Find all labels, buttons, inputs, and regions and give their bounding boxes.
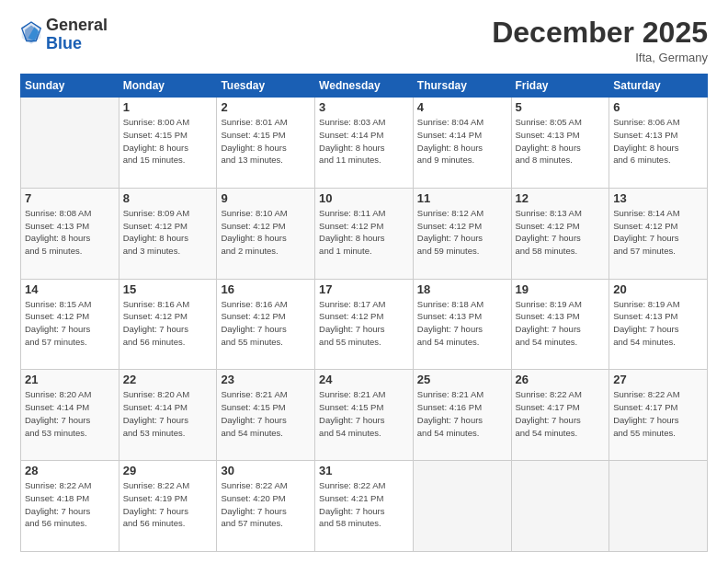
month-title: December 2025: [492, 17, 708, 49]
day-of-week-header: Wednesday: [315, 75, 414, 98]
day-info: Sunrise: 8:22 AM Sunset: 4:17 PM Dayligh…: [516, 388, 606, 439]
calendar-day-cell: 26Sunrise: 8:22 AM Sunset: 4:17 PM Dayli…: [511, 370, 609, 461]
calendar-day-cell: 7Sunrise: 8:08 AM Sunset: 4:13 PM Daylig…: [21, 188, 119, 279]
calendar-day-cell: 25Sunrise: 8:21 AM Sunset: 4:16 PM Dayli…: [413, 370, 511, 461]
day-number: 31: [319, 464, 409, 477]
day-number: 5: [516, 100, 606, 114]
day-number: 13: [613, 191, 703, 205]
calendar-day-cell: 6Sunrise: 8:06 AM Sunset: 4:13 PM Daylig…: [609, 98, 708, 189]
calendar-day-cell: [413, 461, 511, 552]
day-number: 3: [319, 100, 409, 114]
calendar-day-cell: 10Sunrise: 8:11 AM Sunset: 4:12 PM Dayli…: [315, 188, 414, 279]
calendar-day-cell: 15Sunrise: 8:16 AM Sunset: 4:12 PM Dayli…: [119, 279, 217, 370]
day-number: 29: [123, 464, 213, 477]
day-info: Sunrise: 8:10 AM Sunset: 4:12 PM Dayligh…: [221, 207, 311, 258]
day-info: Sunrise: 8:22 AM Sunset: 4:21 PM Dayligh…: [319, 479, 409, 530]
logo: General Blue: [20, 17, 108, 53]
day-info: Sunrise: 8:11 AM Sunset: 4:12 PM Dayligh…: [319, 207, 409, 258]
calendar-day-cell: 18Sunrise: 8:18 AM Sunset: 4:13 PM Dayli…: [413, 279, 511, 370]
day-number: 19: [516, 282, 606, 296]
day-number: 15: [123, 282, 213, 296]
day-number: 12: [516, 191, 606, 205]
day-info: Sunrise: 8:15 AM Sunset: 4:12 PM Dayligh…: [25, 298, 115, 349]
calendar-day-cell: 1Sunrise: 8:00 AM Sunset: 4:15 PM Daylig…: [119, 98, 217, 189]
day-info: Sunrise: 8:18 AM Sunset: 4:13 PM Dayligh…: [417, 298, 507, 349]
location: Ifta, Germany: [492, 51, 708, 64]
day-number: 4: [417, 100, 507, 114]
calendar-week-row: 28Sunrise: 8:22 AM Sunset: 4:18 PM Dayli…: [21, 461, 708, 552]
day-info: Sunrise: 8:22 AM Sunset: 4:18 PM Dayligh…: [25, 479, 115, 530]
calendar-day-cell: 31Sunrise: 8:22 AM Sunset: 4:21 PM Dayli…: [315, 461, 414, 552]
calendar-day-cell: 24Sunrise: 8:21 AM Sunset: 4:15 PM Dayli…: [315, 370, 414, 461]
day-info: Sunrise: 8:20 AM Sunset: 4:14 PM Dayligh…: [123, 388, 213, 439]
day-info: Sunrise: 8:04 AM Sunset: 4:14 PM Dayligh…: [417, 116, 507, 167]
day-number: 30: [221, 464, 311, 477]
logo-general-text: General: [46, 16, 108, 34]
calendar-day-cell: 28Sunrise: 8:22 AM Sunset: 4:18 PM Dayli…: [21, 461, 119, 552]
calendar-day-cell: 3Sunrise: 8:03 AM Sunset: 4:14 PM Daylig…: [315, 98, 414, 189]
day-number: 25: [417, 373, 507, 386]
page: General Blue December 2025 Ifta, Germany…: [0, 0, 728, 563]
day-info: Sunrise: 8:05 AM Sunset: 4:13 PM Dayligh…: [516, 116, 606, 167]
day-info: Sunrise: 8:09 AM Sunset: 4:12 PM Dayligh…: [123, 207, 213, 258]
calendar-day-cell: 14Sunrise: 8:15 AM Sunset: 4:12 PM Dayli…: [21, 279, 119, 370]
calendar-week-row: 1Sunrise: 8:00 AM Sunset: 4:15 PM Daylig…: [21, 98, 708, 189]
calendar-day-cell: 20Sunrise: 8:19 AM Sunset: 4:13 PM Dayli…: [609, 279, 708, 370]
day-number: 24: [319, 373, 409, 386]
calendar-day-cell: 30Sunrise: 8:22 AM Sunset: 4:20 PM Dayli…: [217, 461, 315, 552]
day-info: Sunrise: 8:13 AM Sunset: 4:12 PM Dayligh…: [516, 207, 606, 258]
day-of-week-header: Sunday: [21, 75, 119, 98]
calendar-day-cell: 21Sunrise: 8:20 AM Sunset: 4:14 PM Dayli…: [21, 370, 119, 461]
header: General Blue December 2025 Ifta, Germany: [20, 17, 708, 64]
day-number: 20: [613, 282, 703, 296]
day-number: 6: [613, 100, 703, 114]
calendar-day-cell: [511, 461, 609, 552]
day-info: Sunrise: 8:08 AM Sunset: 4:13 PM Dayligh…: [25, 207, 115, 258]
day-number: 9: [221, 191, 311, 205]
day-info: Sunrise: 8:19 AM Sunset: 4:13 PM Dayligh…: [516, 298, 606, 349]
logo-text: General Blue: [46, 17, 108, 53]
calendar-day-cell: 22Sunrise: 8:20 AM Sunset: 4:14 PM Dayli…: [119, 370, 217, 461]
day-number: 28: [25, 464, 115, 477]
calendar-day-cell: 2Sunrise: 8:01 AM Sunset: 4:15 PM Daylig…: [217, 98, 315, 189]
day-of-week-header: Monday: [119, 75, 217, 98]
day-of-week-header: Thursday: [413, 75, 511, 98]
calendar-week-row: 21Sunrise: 8:20 AM Sunset: 4:14 PM Dayli…: [21, 370, 708, 461]
day-info: Sunrise: 8:03 AM Sunset: 4:14 PM Dayligh…: [319, 116, 409, 167]
day-info: Sunrise: 8:06 AM Sunset: 4:13 PM Dayligh…: [613, 116, 703, 167]
calendar-day-cell: 27Sunrise: 8:22 AM Sunset: 4:17 PM Dayli…: [609, 370, 708, 461]
calendar-day-cell: 13Sunrise: 8:14 AM Sunset: 4:12 PM Dayli…: [609, 188, 708, 279]
calendar-day-cell: 16Sunrise: 8:16 AM Sunset: 4:12 PM Dayli…: [217, 279, 315, 370]
day-number: 27: [613, 373, 703, 386]
calendar-day-cell: 8Sunrise: 8:09 AM Sunset: 4:12 PM Daylig…: [119, 188, 217, 279]
day-of-week-header: Tuesday: [217, 75, 315, 98]
logo-icon: [20, 20, 42, 46]
day-info: Sunrise: 8:01 AM Sunset: 4:15 PM Dayligh…: [221, 116, 311, 167]
day-number: 1: [123, 100, 213, 114]
calendar-day-cell: 9Sunrise: 8:10 AM Sunset: 4:12 PM Daylig…: [217, 188, 315, 279]
day-number: 7: [25, 191, 115, 205]
day-info: Sunrise: 8:14 AM Sunset: 4:12 PM Dayligh…: [613, 207, 703, 258]
day-info: Sunrise: 8:21 AM Sunset: 4:16 PM Dayligh…: [417, 388, 507, 439]
day-number: 18: [417, 282, 507, 296]
day-info: Sunrise: 8:22 AM Sunset: 4:19 PM Dayligh…: [123, 479, 213, 530]
calendar-day-cell: [21, 98, 119, 189]
calendar-header-row: SundayMondayTuesdayWednesdayThursdayFrid…: [21, 75, 708, 98]
day-info: Sunrise: 8:12 AM Sunset: 4:12 PM Dayligh…: [417, 207, 507, 258]
calendar-day-cell: 4Sunrise: 8:04 AM Sunset: 4:14 PM Daylig…: [413, 98, 511, 189]
calendar-day-cell: 5Sunrise: 8:05 AM Sunset: 4:13 PM Daylig…: [511, 98, 609, 189]
day-info: Sunrise: 8:21 AM Sunset: 4:15 PM Dayligh…: [319, 388, 409, 439]
day-number: 2: [221, 100, 311, 114]
logo-blue-text: Blue: [46, 34, 82, 52]
day-number: 14: [25, 282, 115, 296]
calendar-table: SundayMondayTuesdayWednesdayThursdayFrid…: [20, 74, 708, 552]
day-number: 17: [319, 282, 409, 296]
day-info: Sunrise: 8:22 AM Sunset: 4:20 PM Dayligh…: [221, 479, 311, 530]
day-info: Sunrise: 8:17 AM Sunset: 4:12 PM Dayligh…: [319, 298, 409, 349]
day-of-week-header: Friday: [511, 75, 609, 98]
day-info: Sunrise: 8:16 AM Sunset: 4:12 PM Dayligh…: [123, 298, 213, 349]
day-of-week-header: Saturday: [609, 75, 708, 98]
day-number: 22: [123, 373, 213, 386]
day-number: 11: [417, 191, 507, 205]
day-info: Sunrise: 8:19 AM Sunset: 4:13 PM Dayligh…: [613, 298, 703, 349]
